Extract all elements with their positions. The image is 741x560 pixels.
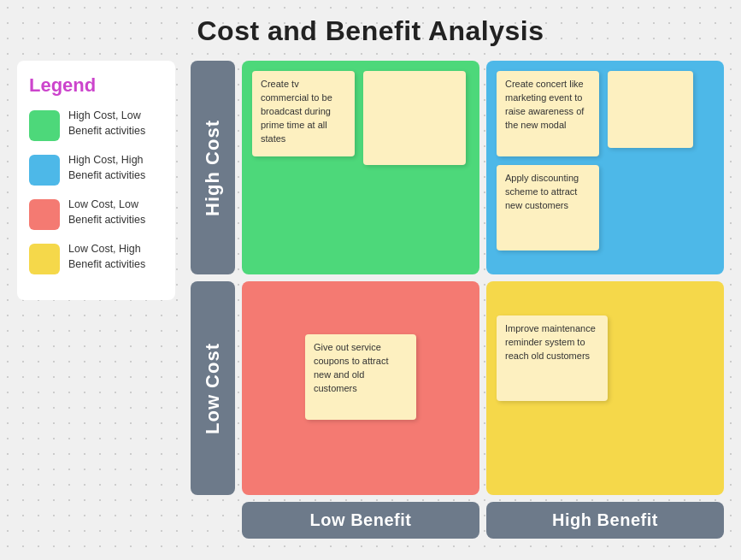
sticky-note-hc-hb-blank (608, 71, 693, 148)
legend-color-lc-lb (29, 199, 60, 230)
row-label-low-cost: Low Cost (191, 281, 235, 495)
legend-panel: Legend High Cost, Low Benefit activities… (17, 61, 175, 300)
matrix-row-low-cost: Low Cost Give out service coupons to att… (191, 281, 724, 495)
row-label-high-cost-text: High Cost (202, 120, 224, 216)
legend-item-lc-lb: Low Cost, Low Benefit activities (29, 197, 163, 230)
quadrant-lc-lb: Give out service coupons to attract new … (242, 281, 479, 495)
legend-label-hc-hb: High Cost, High Benefit activities (68, 153, 163, 183)
row-label-high-cost: High Cost (191, 61, 235, 274)
sticky-note-hc-lb-blank (363, 71, 466, 165)
page-wrapper: Cost and Benefit Analysis Legend High Co… (0, 0, 741, 560)
legend-item-hc-hb: High Cost, High Benefit activities (29, 153, 163, 186)
quadrant-lc-hb: Improve maintenance reminder system to r… (486, 281, 724, 495)
sticky-note-discounting: Apply discounting scheme to attract new … (497, 165, 599, 251)
legend-label-lc-hb: Low Cost, High Benefit activities (68, 242, 163, 272)
legend-color-hc-lb (29, 110, 60, 141)
legend-title: Legend (29, 74, 163, 97)
quadrant-hc-lb: Create tv commercial to be broadcast dur… (242, 61, 479, 274)
page-title: Cost and Benefit Analysis (17, 15, 724, 47)
axis-label-low-benefit: Low Benefit (242, 502, 479, 539)
matrix-row-high-cost: High Cost Create tv commercial to be bro… (191, 61, 724, 274)
legend-color-hc-hb (29, 155, 60, 186)
sticky-note-tv-commercial: Create tv commercial to be broadcast dur… (252, 71, 355, 156)
sticky-note-maintenance: Improve maintenance reminder system to r… (497, 315, 608, 401)
matrix-rows: High Cost Create tv commercial to be bro… (191, 61, 724, 495)
legend-label-lc-lb: Low Cost, Low Benefit activities (68, 197, 163, 227)
sticky-note-coupons: Give out service coupons to attract new … (305, 334, 416, 420)
axis-label-high-benefit: High Benefit (486, 502, 724, 539)
legend-color-lc-hb (29, 244, 60, 274)
main-content: Legend High Cost, Low Benefit activities… (17, 61, 724, 539)
legend-label-hc-lb: High Cost, Low Benefit activities (68, 109, 163, 139)
axis-spacer (191, 502, 235, 539)
sticky-note-concert-event: Create concert like marketing event to r… (497, 71, 599, 156)
matrix-area: High Cost Create tv commercial to be bro… (191, 61, 724, 539)
legend-item-hc-lb: High Cost, Low Benefit activities (29, 109, 163, 141)
axis-row: Low Benefit High Benefit (191, 502, 724, 539)
quadrant-hc-hb: Create concert like marketing event to r… (486, 61, 724, 274)
legend-item-lc-hb: Low Cost, High Benefit activities (29, 242, 163, 274)
row-label-low-cost-text: Low Cost (202, 343, 224, 434)
